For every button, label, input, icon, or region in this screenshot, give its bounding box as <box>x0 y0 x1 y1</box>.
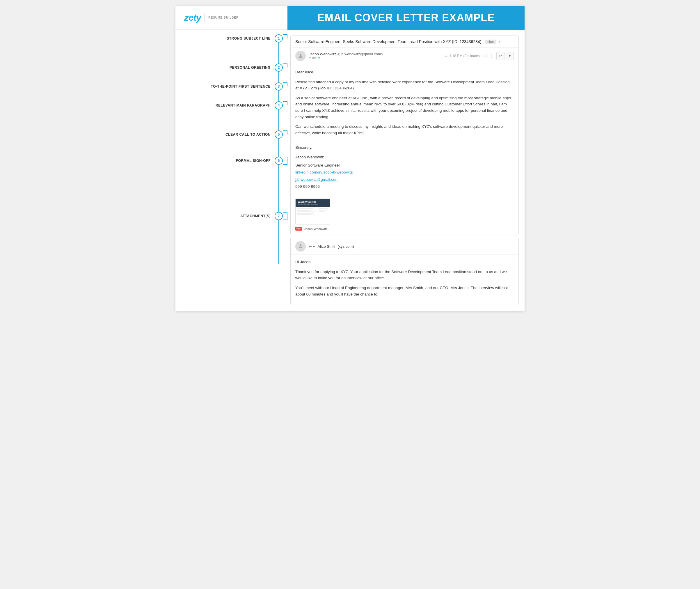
bracket-tr-2 <box>283 63 288 67</box>
sidebar-badge-col-4: 4 <box>275 101 288 110</box>
email-meta: Jacob Webowitz <j.b.webowitz@gmail.com> … <box>291 48 518 64</box>
sidebar-label-2: PERSONAL GREETING <box>230 63 271 70</box>
text-cursor <box>377 292 378 297</box>
sidebar-item-3: TO-THE-POINT FIRST SENTENCE 3 <box>176 82 288 101</box>
sidebar-badge-col-6: 6 <box>275 157 288 165</box>
logo-divider <box>205 13 205 22</box>
sidebar-badge-1: 1 <box>275 34 283 42</box>
pdf-filename: Jacob-Webowitz-... <box>304 227 331 231</box>
sidebar-badge-5: 5 <box>275 131 283 139</box>
page-title: EMAIL COVER LETTER EXAMPLE <box>317 12 494 24</box>
sidebar-item-5: CLEAR CALL TO ACTION 5 <box>176 131 288 157</box>
sig-title: Senior Software Engineer <box>295 162 514 169</box>
email-paragraph3: Can we schedule a meeting to discuss my … <box>295 124 514 136</box>
reply-paragraph2: You'll meet with our Head of Engineering… <box>295 285 514 297</box>
pdf-badge: PDF Jacob-Webowitz-... <box>295 227 331 231</box>
more-actions-button[interactable]: ▾ <box>506 52 514 60</box>
right-content: Senior Software Engineer Seeks Software … <box>288 30 524 311</box>
sidebar-badge-col-2: 2 <box>275 63 288 72</box>
attachment-area: Jacob Webowitz Senior Software Engineer <box>291 195 518 234</box>
header-title-area: EMAIL COVER LETTER EXAMPLE <box>288 6 524 30</box>
email-greeting: Dear Alice, <box>295 69 514 75</box>
bracket-tr-1 <box>283 34 288 38</box>
vline-1 <box>278 42 279 63</box>
sidebar-badge-col-1: 1 <box>275 34 288 42</box>
vline-7 <box>278 220 279 264</box>
email-signature: Sincerely, Jacob Webowitz Senior Softwar… <box>291 144 518 195</box>
resume-thumbnail: Jacob Webowitz Senior Software Engineer <box>295 199 330 224</box>
sidebar-badge-4: 4 <box>275 101 283 110</box>
sidebar-badge-7: 7 <box>275 212 283 220</box>
email-paragraph1: Please find attached a copy of my resume… <box>295 79 514 91</box>
resume-thumb-name: Jacob Webowitz <box>298 201 328 203</box>
sig-email[interactable]: j.b.webowitz@gmail.com <box>295 177 339 182</box>
avatar <box>295 51 306 61</box>
left-sidebar: STRONG SUBJECT LINE 1 PE <box>176 30 288 311</box>
reply-paragraph1: Thank you for applying to XYZ. Your appl… <box>295 269 514 281</box>
main-content: STRONG SUBJECT LINE 1 PE <box>176 30 524 311</box>
email-to-line: to me ▾ <box>309 56 441 60</box>
sidebar-label-5: CLEAR CALL TO ACTION <box>226 131 271 137</box>
sidebar-badge-2: 2 <box>275 63 283 72</box>
sidebar-label-3: TO-THE-POINT FIRST SENTENCE <box>211 82 271 89</box>
bracket-tr-7 <box>283 212 288 216</box>
reply-button[interactable]: ↩ <box>496 52 504 60</box>
inbox-badge: Inbox <box>485 40 496 44</box>
pdf-icon: PDF <box>295 227 302 231</box>
sidebar-item-6: FORMAL SIGN-OFF 6 <box>176 157 288 212</box>
email-sender-info: Jacob Webowitz <j.b.webowitz@gmail.com> … <box>309 52 441 60</box>
reply-section: ↩ ▾ Alice Smith (xyz.com) Hi Jacob, Than… <box>290 238 519 305</box>
bracket-tr-6 <box>283 157 288 161</box>
logo-area: zety RESUME BUILDER <box>176 6 288 30</box>
sidebar-label-4: RELEVANT MAIN PARAGRAPH <box>216 101 271 108</box>
reply-sender-name: ↩ ▾ Alice Smith (xyz.com) <box>309 244 514 249</box>
email-body: Dear Alice, Please find attached a copy … <box>291 64 518 144</box>
bracket-tr-3 <box>283 82 288 86</box>
vline-4 <box>278 110 279 131</box>
email-paragraph2: As a senior software engineer at ABC Inc… <box>295 95 514 120</box>
vline-2 <box>278 72 279 82</box>
bracket-tr-5 <box>283 131 288 135</box>
sidebar-badge-col-5: 5 <box>275 131 288 139</box>
sig-linkedin[interactable]: linkedin.com/in/jacob-b-webowitz <box>295 170 353 174</box>
svg-point-1 <box>300 244 302 246</box>
resume-thumb-title: Senior Software Engineer <box>298 203 328 205</box>
sidebar-item-7: ATTACHMENT(S) 7 <box>176 212 288 264</box>
sidebar-badge-6: 6 <box>275 157 283 165</box>
sig-name: Jacob Webowitz <box>295 154 514 161</box>
email-sender-name: Jacob Webowitz <j.b.webowitz@gmail.com> <box>309 52 441 56</box>
logo-subtitle: RESUME BUILDER <box>208 16 239 19</box>
reply-action-icons[interactable]: ↩ ▾ <box>309 244 315 249</box>
dropdown-arrow-icon[interactable]: ▾ <box>318 56 320 60</box>
person-icon <box>298 53 303 59</box>
inbox-close[interactable]: x <box>498 40 500 44</box>
sidebar-label-7: ATTACHMENT(S) <box>240 212 271 218</box>
reply-greeting: Hi Jacob, <box>295 259 514 265</box>
vline-3 <box>278 90 279 101</box>
sidebar-item-1: STRONG SUBJECT LINE 1 <box>176 34 288 63</box>
sig-phone: 599-999-9995 <box>295 183 514 190</box>
sidebar-badge-col-3: 3 <box>275 82 288 90</box>
more-options-icon: ⋮ <box>490 54 493 58</box>
sig-signoff: Sincerely, <box>295 144 514 151</box>
logo-zety: zety <box>184 12 201 23</box>
reply-body: Hi Jacob, Thank you for applying to XYZ.… <box>291 255 518 305</box>
sidebar-badge-3: 3 <box>275 82 283 90</box>
bracket-br-7 <box>283 216 288 220</box>
vline-5 <box>278 139 279 157</box>
email-container: Senior Software Engineer Seeks Software … <box>290 35 519 234</box>
email-actions: ↩ ▾ <box>496 52 514 60</box>
email-subject-bar: Senior Software Engineer Seeks Software … <box>291 36 518 48</box>
vline-6 <box>278 165 279 212</box>
header: zety RESUME BUILDER EMAIL COVER LETTER E… <box>176 6 524 30</box>
bracket-tr-4 <box>283 101 288 106</box>
sidebar-badge-col-7: 7 <box>275 212 288 220</box>
sidebar-item-2: PERSONAL GREETING 2 <box>176 63 288 82</box>
reply-avatar <box>295 241 306 251</box>
bracket-br-6 <box>283 161 288 165</box>
svg-point-0 <box>300 54 302 56</box>
sidebar-item-4: RELEVANT MAIN PARAGRAPH 4 <box>176 101 288 131</box>
sidebar-label-1: STRONG SUBJECT LINE <box>227 34 271 41</box>
reply-meta: ↩ ▾ Alice Smith (xyz.com) <box>291 238 518 255</box>
resume-thumb-header: Jacob Webowitz Senior Software Engineer <box>296 199 330 207</box>
